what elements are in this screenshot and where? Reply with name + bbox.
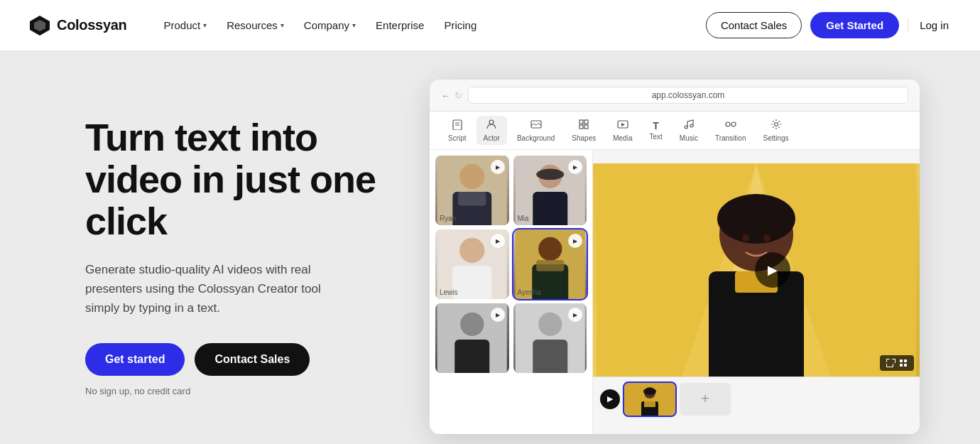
- actor-name-ryan: Ryan: [440, 215, 456, 222]
- svg-point-29: [538, 237, 562, 261]
- svg-point-15: [731, 122, 736, 126]
- video-play-button[interactable]: ▶: [755, 252, 790, 288]
- chevron-down-icon: ▾: [203, 21, 207, 29]
- nav-item-product[interactable]: Product ▾: [155, 13, 215, 37]
- svg-point-53: [643, 388, 656, 395]
- toolbar-settings[interactable]: Settings: [756, 116, 795, 145]
- svg-point-45: [742, 234, 749, 242]
- actor-card-ryan[interactable]: ▶ Ryan: [435, 156, 509, 225]
- svg-point-18: [459, 164, 484, 189]
- svg-rect-27: [452, 266, 491, 299]
- contact-sales-button[interactable]: Contact Sales: [706, 12, 802, 38]
- toolbar-script[interactable]: Script: [441, 116, 474, 145]
- svg-point-42: [717, 194, 795, 244]
- svg-point-26: [459, 238, 484, 263]
- toolbar-text[interactable]: T Text: [642, 117, 669, 144]
- settings-icon: [771, 119, 782, 133]
- timeline-strip: ▶ +: [593, 377, 920, 421]
- video-preview: ▶ ▶: [593, 150, 920, 434]
- svg-rect-55: [644, 401, 655, 407]
- hero-text: Turn text into video in just one click G…: [85, 117, 426, 398]
- timeline-add-button[interactable]: +: [680, 383, 731, 416]
- chevron-down-icon: ▾: [352, 21, 356, 29]
- svg-point-5: [489, 120, 494, 124]
- toolbar-actor-label: Actor: [484, 134, 500, 142]
- nav-item-enterprise[interactable]: Enterprise: [367, 13, 432, 37]
- svg-point-14: [726, 122, 730, 126]
- actor-name-lewis: Lewis: [440, 288, 458, 296]
- svg-rect-8: [584, 120, 588, 124]
- timeline-thumb-1[interactable]: [624, 383, 675, 416]
- svg-rect-20: [458, 192, 486, 206]
- forward-icon[interactable]: ↻: [454, 90, 462, 101]
- shapes-icon: [578, 119, 589, 133]
- actor-card-6[interactable]: ▶: [513, 303, 587, 373]
- toolbar-background[interactable]: Background: [510, 116, 562, 145]
- no-signup-text: No sign up, no credit card: [85, 386, 190, 396]
- get-started-hero-button[interactable]: Get started: [85, 343, 185, 376]
- nav-item-resources[interactable]: Resources ▾: [218, 13, 293, 37]
- video-background: ▶: [593, 163, 920, 377]
- script-icon: [452, 119, 463, 133]
- svg-rect-10: [584, 125, 588, 129]
- svg-rect-49: [900, 364, 903, 367]
- svg-point-12: [685, 126, 687, 129]
- logo[interactable]: Colossyan: [28, 14, 126, 37]
- timeline-play-button[interactable]: ▶: [600, 389, 620, 409]
- toolbar-background-label: Background: [517, 134, 555, 142]
- toolbar-transition[interactable]: Transition: [708, 116, 753, 145]
- actor-play-6[interactable]: ▶: [568, 308, 582, 322]
- nav-links: Product ▾ Resources ▾ Company ▾ Enterpri…: [155, 13, 705, 37]
- toolbar-music[interactable]: Music: [673, 116, 705, 145]
- svg-point-24: [536, 169, 564, 180]
- actor-card-mia[interactable]: ▶ Mia: [513, 156, 587, 225]
- toolbar-music-label: Music: [680, 134, 698, 142]
- actor-card-ayesha[interactable]: ▶ Ayesha: [513, 229, 587, 299]
- svg-rect-48: [904, 359, 907, 362]
- contact-sales-hero-button[interactable]: Contact Sales: [195, 343, 310, 376]
- toolbar-script-label: Script: [448, 134, 467, 142]
- browser-url-bar[interactable]: app.colossyan.com: [468, 87, 908, 104]
- actor-card-lewis[interactable]: ▶ Lewis: [435, 229, 509, 299]
- hero-section: Turn text into video in just one click G…: [0, 51, 980, 444]
- toolbar-shapes[interactable]: Shapes: [565, 116, 603, 145]
- actor-card-5[interactable]: ▶: [435, 303, 509, 373]
- browser-mockup: ← ↻ app.colossyan.com Script Actor: [430, 80, 920, 434]
- hero-buttons: Get started Contact Sales: [85, 343, 398, 376]
- toolbar-actor[interactable]: Actor: [477, 116, 507, 145]
- actor-play-ayesha[interactable]: ▶: [568, 234, 582, 248]
- music-icon: [683, 119, 695, 133]
- hero-demo: ← ↻ app.colossyan.com Script Actor: [426, 80, 923, 434]
- app-content: ▶ Ryan ▶ Mia: [430, 150, 920, 434]
- toolbar-shapes-label: Shapes: [572, 134, 596, 142]
- svg-point-46: [763, 234, 771, 242]
- hero-subtitle: Generate studio-quality AI videos with r…: [85, 260, 355, 318]
- fullscreen-button[interactable]: [880, 355, 914, 371]
- browser-bar: ← ↻ app.colossyan.com: [430, 80, 920, 112]
- nav-item-pricing[interactable]: Pricing: [435, 13, 485, 37]
- toolbar-media-label: Media: [613, 134, 632, 142]
- text-icon: T: [653, 120, 659, 131]
- chevron-down-icon: ▾: [281, 21, 284, 29]
- navbar: Colossyan Product ▾ Resources ▾ Company …: [0, 0, 980, 51]
- media-icon: [617, 119, 628, 133]
- back-icon[interactable]: ←: [441, 90, 450, 101]
- actor-play-lewis[interactable]: ▶: [491, 234, 505, 248]
- toolbar-text-label: Text: [649, 133, 662, 141]
- toolbar-media[interactable]: Media: [606, 116, 639, 145]
- svg-point-16: [774, 123, 778, 126]
- background-icon: [530, 119, 542, 133]
- transition-icon: [725, 119, 736, 133]
- actor-play-ryan[interactable]: ▶: [491, 160, 505, 174]
- nav-item-company[interactable]: Company ▾: [295, 13, 364, 37]
- toolbar-settings-label: Settings: [763, 134, 788, 142]
- svg-rect-34: [454, 340, 489, 373]
- video-main-area: ▶: [593, 163, 920, 377]
- nav-divider: [908, 18, 908, 33]
- actor-play-mia[interactable]: ▶: [568, 160, 582, 174]
- svg-point-33: [460, 313, 484, 336]
- actor-play-5[interactable]: ▶: [491, 308, 505, 322]
- login-button[interactable]: Log in: [917, 13, 952, 37]
- get-started-nav-button[interactable]: Get Started: [810, 12, 899, 38]
- logo-text: Colossyan: [57, 17, 126, 33]
